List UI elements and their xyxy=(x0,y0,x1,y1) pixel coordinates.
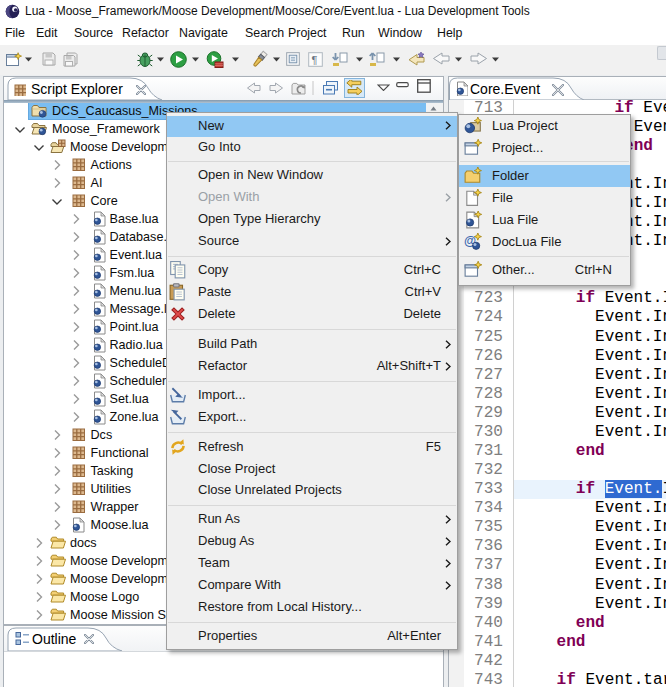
svg-text:¶: ¶ xyxy=(312,54,318,66)
